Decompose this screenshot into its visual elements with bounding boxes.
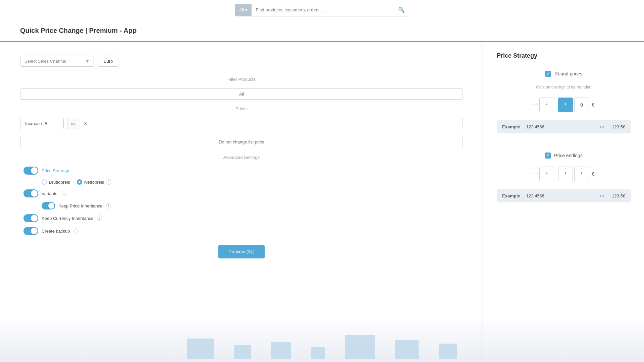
round-prices-checkbox[interactable]: ✓ <box>545 71 551 77</box>
dot1: * <box>533 102 535 108</box>
round-prices-label: Round prices <box>554 71 582 76</box>
bruttopreis-radio[interactable] <box>42 179 47 185</box>
bruttopreis-label: Bruttopreis <box>49 180 70 185</box>
nettopreis-info-icon[interactable]: i <box>106 179 111 185</box>
keep-price-inheritance-toggle[interactable] <box>42 202 55 209</box>
top-bar: All ▾ 🔍 <box>0 0 644 20</box>
keep-price-inheritance-info-icon[interactable]: i <box>106 203 111 208</box>
page-title: Quick Price Change | Premium - App <box>20 27 137 34</box>
bruttopreis-option[interactable]: Bruttopreis <box>42 179 70 185</box>
search-button[interactable]: 🔍 <box>394 4 409 16</box>
variants-toggle[interactable] <box>23 189 38 197</box>
increase-row: Increase ▼ by: <box>20 118 463 129</box>
radio-row: Bruttopreis Nettopreis i <box>23 179 460 185</box>
advanced-settings: Price Strategy Bruttopreis Nettopreis i … <box>20 167 463 235</box>
right-panel: Price Strategy ✓ Round prices Click on t… <box>483 42 644 362</box>
chart-bar-2 <box>234 345 251 359</box>
search-input[interactable] <box>252 4 394 16</box>
keep-currency-inheritance-toggle[interactable] <box>23 214 38 222</box>
checkmark-icon: ✓ <box>546 71 550 76</box>
increase-chevron: ▼ <box>44 121 48 126</box>
comma2: , <box>555 171 557 177</box>
price-endings-row: ✓ Price endings <box>497 153 631 159</box>
digit-box-2[interactable]: * <box>558 98 573 112</box>
preview-button[interactable]: Preview (3k) <box>218 245 265 258</box>
by-input-container: by: <box>67 118 463 129</box>
advanced-settings-label: Advanced Settings <box>20 155 463 160</box>
example2-output: 123.5€ <box>608 193 625 198</box>
price-endings-checkbox[interactable]: ✓ <box>545 153 551 159</box>
variants-label: Variants <box>42 191 57 196</box>
nettopreis-radio[interactable] <box>77 179 82 185</box>
keep-price-inheritance-label: Keep Price Inheritance <box>58 203 103 208</box>
chart-bar-1 <box>187 339 214 359</box>
keep-currency-inheritance-row: Keep Currency Inheritance i <box>23 214 460 222</box>
sales-channel-select[interactable]: Select Sales Channel ▼ <box>20 56 94 67</box>
chevron-down-icon: ▾ <box>245 7 248 12</box>
bottom-area <box>0 322 644 362</box>
example2-arrow: >> <box>599 193 604 198</box>
page-header: Quick Price Change | Premium - App <box>0 20 644 42</box>
comma1: , <box>555 102 557 108</box>
sales-channel-placeholder: Select Sales Channel <box>24 59 66 64</box>
keep-currency-inheritance-info-icon[interactable]: i <box>97 216 102 221</box>
dot4: * <box>536 171 538 177</box>
round-prices-row: ✓ Round prices <box>497 71 631 77</box>
search-all-label: All <box>239 7 244 12</box>
nettopreis-label: Nettopreis <box>84 180 104 185</box>
list-price-button[interactable]: Do not change list price <box>20 136 463 148</box>
center-panel: Select Sales Channel ▼ Euro Filter Produ… <box>0 42 483 362</box>
digit-box-3[interactable]: 0 <box>574 98 589 112</box>
by-value-input[interactable] <box>80 118 463 129</box>
dot2: * <box>536 102 538 108</box>
panel-title: Price Strategy <box>497 52 631 59</box>
price-strategy-row: Price Strategy <box>23 167 460 175</box>
chart-bar-5 <box>345 335 375 359</box>
search-all-button[interactable]: All ▾ <box>235 4 252 16</box>
by-label: by: <box>67 118 80 129</box>
chart-bar-3 <box>271 342 291 359</box>
price-strategy-toggle[interactable] <box>23 167 38 175</box>
divider-1 <box>497 143 631 143</box>
chart-bar-6 <box>395 340 419 359</box>
click-hint: Click on the digit to be rounded <box>497 85 631 89</box>
prices-label: Prices <box>20 106 463 111</box>
example1-label: Example <box>502 124 522 129</box>
increase-select[interactable]: Increase ▼ <box>20 118 64 129</box>
example1-input: 123.456€ <box>526 124 595 129</box>
sales-channel-chevron: ▼ <box>85 59 90 64</box>
increase-label: Increase <box>25 121 42 126</box>
currency-symbol-1: € <box>592 102 594 108</box>
variants-row: Variants i <box>23 189 460 197</box>
example-row-1: Example 123.456€ >> 123.5€ <box>497 120 631 133</box>
digit-box-e2[interactable]: * <box>558 167 573 181</box>
currency-badge: Euro <box>98 56 118 67</box>
example2-input: 123.456€ <box>526 193 595 198</box>
example1-arrow: >> <box>599 124 604 129</box>
price-endings-checkmark: ✓ <box>546 153 549 158</box>
digit-box-e1[interactable]: * <box>539 167 554 181</box>
main-content: Select Sales Channel ▼ Euro Filter Produ… <box>0 42 644 362</box>
digit-row-1: * * * , * 0 € <box>497 98 631 112</box>
keep-currency-inheritance-label: Keep Currency Inheritance <box>42 216 94 221</box>
chart-bar-7 <box>439 344 457 359</box>
keep-price-inheritance-row: Keep Price Inheritance i <box>23 202 460 209</box>
create-backup-toggle[interactable] <box>23 227 38 235</box>
filter-all-select[interactable]: All <box>20 88 463 100</box>
digit-box-e3[interactable]: * <box>574 167 589 181</box>
currency-symbol-2: € <box>592 171 594 177</box>
example2-label: Example <box>502 193 522 198</box>
digit-row-2: * * * , * * € <box>497 167 631 181</box>
create-backup-info-icon[interactable]: i <box>73 228 79 234</box>
price-endings-label: Price endings <box>554 153 583 158</box>
search-container: All ▾ 🔍 <box>235 4 409 16</box>
search-icon: 🔍 <box>398 7 405 13</box>
chart-bar-4 <box>311 347 325 359</box>
filter-label: Filter Products <box>20 77 463 82</box>
variants-info-icon[interactable]: i <box>61 191 66 196</box>
dot3: * <box>533 171 535 177</box>
nettopreis-option[interactable]: Nettopreis i <box>77 179 111 185</box>
create-backup-row: Create backup i <box>23 227 460 235</box>
example1-output: 123.5€ <box>608 124 625 129</box>
digit-box-1[interactable]: * <box>539 98 554 112</box>
